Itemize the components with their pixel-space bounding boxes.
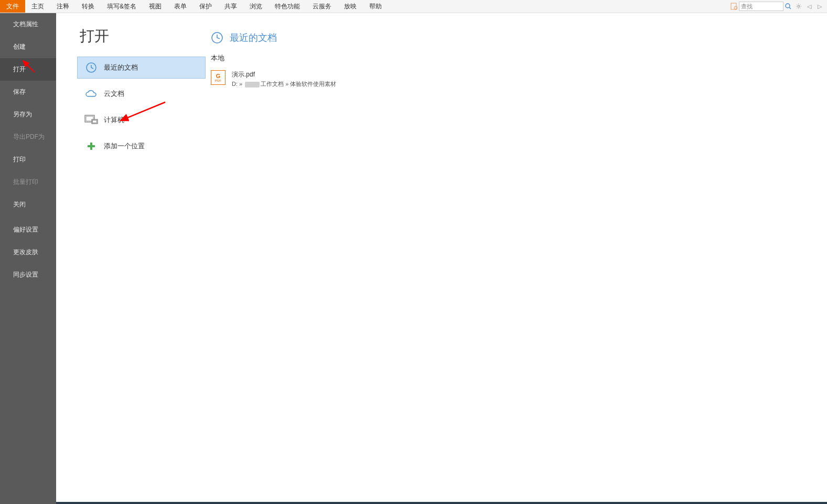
sub-item-recent[interactable]: 最近的文档 (77, 57, 206, 79)
detail-panel: 最近的文档 本地 GPDF 演示.pdf D: » 工作文档 » 体验软件使用素… (206, 13, 827, 504)
menu-comment[interactable]: 注释 (50, 0, 76, 13)
search-icon[interactable] (783, 2, 793, 11)
redacted-segment (245, 82, 260, 87)
nav-forward-icon[interactable]: ▷ (815, 2, 824, 11)
sub-item-addlocation[interactable]: 添加一个位置 (77, 135, 206, 157)
sidebar-item-properties[interactable]: 文档属性 (0, 13, 56, 36)
status-bar (56, 502, 827, 504)
sub-item-label: 计算机 (104, 115, 199, 125)
file-sidebar: 文档属性 创建 打开 保存 另存为 导出PDF为 打印 批量打印 关闭 偏好设置… (0, 13, 56, 504)
menu-browse[interactable]: 浏览 (243, 0, 268, 13)
group-label: 本地 (211, 53, 827, 63)
menu-protect[interactable]: 保护 (193, 0, 218, 13)
sidebar-item-create[interactable]: 创建 (0, 36, 56, 58)
sidebar-item-sync[interactable]: 同步设置 (0, 264, 56, 286)
search-input[interactable]: 查找 (739, 2, 783, 11)
menu-slideshow[interactable]: 放映 (338, 0, 363, 13)
sidebar-item-open[interactable]: 打开 (0, 58, 56, 81)
sidebar-item-batchprint: 批量打印 (0, 171, 56, 193)
menu-form[interactable]: 表单 (168, 0, 193, 13)
menu-fillsign[interactable]: 填写&签名 (101, 0, 143, 13)
clock-icon (84, 60, 99, 75)
sub-item-computer[interactable]: 计算机 (77, 109, 206, 131)
cloud-icon (84, 86, 99, 101)
svg-point-1 (734, 6, 737, 9)
menu-file[interactable]: 文件 (0, 0, 25, 13)
nav-back-icon[interactable]: ◁ (804, 2, 814, 11)
sidebar-item-save[interactable]: 保存 (0, 81, 56, 103)
menubar: 文件 主页 注释 转换 填写&签名 视图 表单 保护 共享 浏览 特色功能 云服… (0, 0, 827, 13)
sidebar-item-print[interactable]: 打印 (0, 148, 56, 171)
file-path: D: » 工作文档 » 体验软件使用素材 (232, 80, 336, 88)
sub-item-cloud[interactable]: 云文档 (77, 83, 206, 105)
plus-icon (84, 139, 99, 154)
sidebar-item-saveas[interactable]: 另存为 (0, 103, 56, 126)
menu-home[interactable]: 主页 (25, 0, 50, 13)
settings-icon[interactable] (794, 2, 803, 11)
sidebar-item-preferences[interactable]: 偏好设置 (0, 218, 56, 241)
search-page-icon[interactable] (729, 2, 739, 11)
menu-share[interactable]: 共享 (218, 0, 243, 13)
computer-icon (84, 113, 99, 127)
section-title: 最近的文档 (230, 31, 277, 44)
page-title: 打开 (77, 26, 206, 46)
pdf-file-icon: GPDF (211, 70, 225, 85)
menu-convert[interactable]: 转换 (76, 0, 101, 13)
sub-item-label: 最近的文档 (104, 63, 199, 72)
sidebar-item-close[interactable]: 关闭 (0, 193, 56, 216)
sub-item-label: 云文档 (104, 89, 199, 98)
menubar-right: 查找 ◁ ▷ (728, 0, 827, 13)
open-sub-panel: 打开 最近的文档 云文档 计算机 (56, 13, 206, 504)
svg-line-3 (789, 7, 791, 9)
sidebar-item-skin[interactable]: 更改皮肤 (0, 241, 56, 264)
menu-help[interactable]: 帮助 (363, 0, 388, 13)
sidebar-item-export: 导出PDF为 (0, 126, 56, 148)
menu-features[interactable]: 特色功能 (268, 0, 306, 13)
main-area: 文档属性 创建 打开 保存 另存为 导出PDF为 打印 批量打印 关闭 偏好设置… (0, 13, 827, 504)
file-entry[interactable]: GPDF 演示.pdf D: » 工作文档 » 体验软件使用素材 (211, 68, 827, 90)
svg-point-2 (786, 4, 790, 8)
content-area: 打开 最近的文档 云文档 计算机 (56, 13, 827, 504)
file-name: 演示.pdf (232, 70, 336, 79)
clock-icon (211, 31, 223, 44)
menu-cloud[interactable]: 云服务 (306, 0, 338, 13)
sub-item-label: 添加一个位置 (104, 141, 199, 151)
menu-view[interactable]: 视图 (143, 0, 168, 13)
file-info: 演示.pdf D: » 工作文档 » 体验软件使用素材 (232, 70, 336, 88)
svg-point-4 (798, 5, 800, 7)
section-header: 最近的文档 (211, 31, 827, 44)
